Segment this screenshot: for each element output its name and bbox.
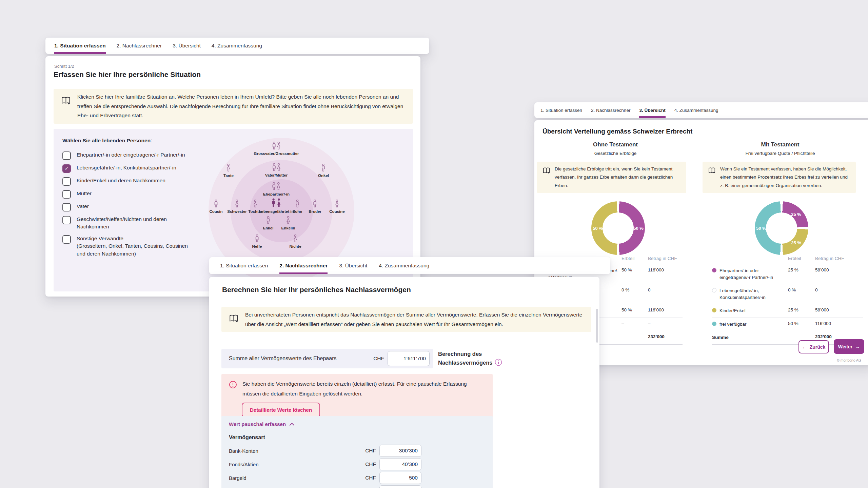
tab-3[interactable]: 3. Übersicht [339, 257, 367, 274]
calculator-title: Berechnen Sie hier Ihr persönliches Nach… [222, 286, 411, 294]
inheritance-app-screen: 1. Situation erfassen2. Nachlassrechner3… [0, 0, 868, 488]
legend-dot [712, 288, 716, 292]
back-button[interactable]: ←Zurück [798, 340, 829, 353]
checkbox-item: Kinder/Enkel und deren Nachkommen [62, 177, 199, 186]
card3-tab-bar: 1. Situation erfassen2. Nachlassrechner3… [534, 102, 868, 118]
asset-label: Bargeld [229, 475, 362, 481]
legend-label: Ehepartner/-in oder eingetragene/-r Part… [719, 267, 785, 281]
legend-label: Kinder/Enkel [719, 307, 746, 314]
diagram-person-label: Neffe [252, 244, 262, 248]
asset-amount-input[interactable] [379, 458, 421, 470]
warning-text: Sie haben die Vermögenswerte bereits ein… [242, 379, 485, 399]
tab-3[interactable]: 3. Übersicht [639, 102, 665, 118]
checkbox-item: Ehepartner/-in oder eingetragene/-r Part… [62, 151, 199, 160]
person-icon [293, 235, 298, 244]
asset-amount-input[interactable] [379, 472, 421, 484]
calculation-side-label: Berechnung des Nachlassvermögens [438, 349, 516, 369]
legend-dot [712, 322, 716, 326]
checkbox[interactable] [62, 216, 71, 224]
chevron-up-icon [289, 421, 295, 427]
diagram-person[interactable]: Grossvater/Grossmutter [254, 142, 299, 156]
select-heading: Wählen Sie alle lebenden Personen: [62, 138, 152, 144]
total-amount: 232’000 [648, 334, 683, 339]
asset-type-heading: Vermögensart [229, 434, 485, 441]
scrollbar[interactable] [596, 309, 598, 343]
diagram-person[interactable]: Schwester [227, 200, 247, 214]
total-assets-label: Summe aller Vermögenswerte des Ehepaars [229, 355, 370, 362]
person-icon [254, 235, 259, 244]
guide-book-icon [708, 167, 716, 177]
diagram-person-label: Schwester [227, 209, 247, 214]
diagram-person[interactable]: Bruder [309, 200, 321, 214]
column-subheading-with-will: Frei verfügbare Quote / Pflichtteile [699, 151, 861, 156]
checkbox-label-text: Lebensgefährte/-in, Konkubinatspartner/-… [77, 165, 176, 170]
guide-book-icon [61, 96, 71, 109]
checkbox[interactable] [62, 177, 71, 186]
donut-segment-label: 50 % [593, 226, 603, 231]
checkbox-label-text: Kinder/Enkel und deren Nachkommen [77, 178, 165, 183]
tab-4[interactable]: 4. Zusammenfassung [379, 257, 429, 274]
checkbox[interactable] [62, 235, 71, 244]
diagram-person-label: Nichte [289, 244, 301, 248]
tab-4[interactable]: 4. Zusammenfassung [212, 38, 262, 54]
tab-3[interactable]: 3. Übersicht [173, 38, 201, 54]
delete-detailed-values-button[interactable]: Detaillierte Werte löschen [242, 403, 320, 417]
info-note: Bei unverheirateten Personen entspricht … [221, 307, 591, 332]
amount-value: 0 [648, 287, 683, 292]
checkbox[interactable]: ✓ [62, 164, 71, 173]
page-title: Erfassen Sie hier Ihre persönliche Situa… [54, 70, 201, 79]
amount-value: 116’000 [815, 321, 863, 326]
couple-icon [271, 142, 281, 151]
diagram-person-label: Cousin [210, 209, 223, 214]
diagram-person[interactable]: Cousine [329, 200, 344, 214]
checkbox-sublabel: (Grosseltern, Onkel, Tanten, Cousins, Co… [77, 242, 196, 258]
checkbox-item: Vater [62, 203, 199, 211]
tab-4[interactable]: 4. Zusammenfassung [674, 102, 718, 118]
next-button[interactable]: Weiter→ [834, 339, 864, 354]
diagram-person[interactable]: Lebensgefährte/-in [259, 198, 294, 214]
asset-row: Fonds/AktienCHF [229, 458, 485, 471]
collapse-link[interactable]: Wert pauschal erfassen [229, 421, 485, 427]
total-assets-input[interactable] [388, 351, 430, 366]
diagram-person-label: Sohn [293, 209, 302, 214]
asset-amount-input[interactable] [379, 485, 421, 488]
tab-2[interactable]: 2. Nachlassrechner [591, 102, 630, 118]
next-button-label: Weiter [838, 344, 853, 349]
donut-segment-label: 25 % [791, 240, 801, 245]
person-icon [312, 200, 317, 209]
diagram-person[interactable]: Enkel [263, 216, 274, 230]
checkbox[interactable] [62, 203, 71, 211]
checkbox-label: Lebensgefährte/-in, Konkubinatspartner/-… [77, 164, 176, 173]
diagram-person[interactable]: Neffe [252, 235, 262, 248]
tab-2[interactable]: 2. Nachlassrechner [279, 257, 328, 274]
diagram-person[interactable]: Onkel [318, 164, 329, 178]
tab-1[interactable]: 1. Situation erfassen [54, 38, 106, 54]
info-note: Klicken Sie hier Ihre familiäre Situatio… [54, 89, 413, 124]
diagram-person[interactable]: Tante [223, 164, 234, 178]
asset-row: BargeldCHF [229, 471, 485, 485]
checkbox[interactable] [62, 190, 71, 199]
donut-segment-label: 50 % [633, 226, 644, 231]
tab-1[interactable]: 1. Situation erfassen [220, 257, 268, 274]
diagram-person[interactable]: Ehepartner/-in [263, 182, 290, 196]
checkbox-label-text: Vater [77, 203, 89, 209]
tab-1[interactable]: 1. Situation erfassen [540, 102, 582, 118]
info-icon[interactable] [495, 359, 502, 368]
table-row: Ehepartner/-in oder eingetragene/-r Part… [712, 264, 863, 284]
diagram-person[interactable]: Cousin [210, 200, 223, 214]
diagram-person[interactable]: Enkelin [281, 216, 295, 230]
diagram-person[interactable]: Nichte [289, 235, 301, 248]
share-value: 25 % [788, 267, 815, 272]
total-assets-row: Summe aller Vermögenswerte des Ehepaars … [221, 349, 433, 368]
amount-value: – [648, 321, 683, 326]
diagram-person[interactable]: Vater/Mutter [265, 163, 288, 177]
asset-label: Fonds/Aktien [229, 462, 362, 467]
checkbox[interactable] [62, 151, 71, 160]
diagram-person[interactable]: Sohn [293, 200, 302, 214]
asset-amount-input[interactable] [379, 445, 421, 457]
info-note-text: Bei unverheirateten Personen entspricht … [245, 310, 584, 329]
person-icon [286, 216, 291, 225]
tab-2[interactable]: 2. Nachlassrechner [117, 38, 162, 54]
side-label-line2: Nachlassvermögens [438, 360, 493, 366]
info-note-text: Wenn Sie ein Testament verfassen, haben … [720, 165, 850, 190]
